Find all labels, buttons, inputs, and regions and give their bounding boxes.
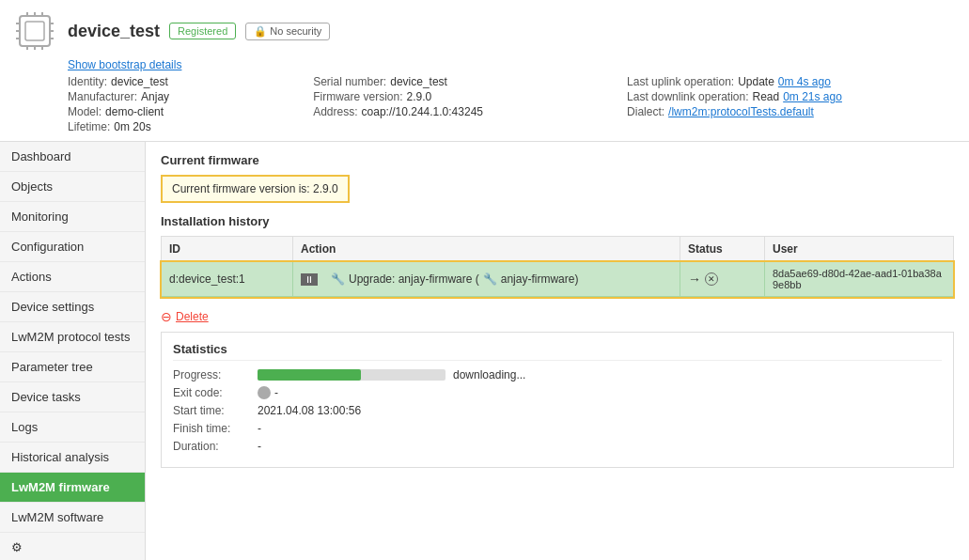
sidebar-item-configuration[interactable]: Configuration [0, 232, 145, 262]
info-dialect: Dialect: /lwm2m:protocolTests.default [627, 105, 958, 118]
info-uplink: Last uplink operation: Update 0m 4s ago [627, 75, 958, 88]
sidebar-item-lwm2m-firmware[interactable]: LwM2M firmware [0, 473, 145, 503]
wrench-icon: 🔧 [331, 272, 345, 286]
exit-code-value: - [274, 386, 278, 399]
sidebar-item-actions[interactable]: Actions [0, 262, 145, 292]
current-firmware-title: Current firmware [161, 153, 954, 167]
progress-bar [258, 369, 445, 381]
sidebar-item-monitoring[interactable]: Monitoring [0, 202, 145, 232]
header-top: device_test Registered 🔒 No security [11, 8, 958, 54]
sidebar: Dashboard Objects Monitoring Configurati… [0, 142, 146, 560]
installation-table: ID Action Status User d:device_test:1 ⏸ … [161, 236, 954, 298]
info-lifetime: Lifetime: 0m 20s [68, 120, 285, 133]
no-security-badge: 🔒 No security [245, 23, 330, 40]
start-time-label: Start time: [173, 404, 258, 417]
sidebar-item-settings[interactable]: ⚙ [0, 533, 145, 560]
action-firmware-name: anjay-firmware) [501, 272, 579, 286]
duration-label: Duration: [173, 440, 258, 453]
sidebar-item-device-settings[interactable]: Device settings [0, 292, 145, 322]
cell-id: d:device_test:1 [162, 262, 293, 296]
stats-exit-row: Exit code: - [173, 386, 942, 399]
delete-link[interactable]: Delete [176, 310, 209, 323]
info-firmware: Firmware version: 2.9.0 [313, 90, 599, 103]
stats-progress-row: Progress: downloading... [173, 368, 942, 381]
app-container: device_test Registered 🔒 No security Sho… [0, 0, 969, 560]
uplink-time-link[interactable]: 0m 4s ago [778, 75, 831, 88]
gear-icon: ⚙ [11, 540, 23, 554]
header: device_test Registered 🔒 No security Sho… [0, 0, 969, 142]
delete-icon: ⊖ [161, 309, 172, 324]
svg-rect-1 [25, 22, 44, 40]
action-text: Upgrade: anjay-firmware ( [349, 272, 479, 286]
main-layout: Dashboard Objects Monitoring Configurati… [0, 142, 969, 560]
dialect-link[interactable]: /lwm2m:protocolTests.default [668, 105, 814, 118]
svg-rect-0 [20, 16, 50, 46]
statistics-title: Statistics [173, 342, 942, 361]
sidebar-item-dashboard[interactable]: Dashboard [0, 142, 145, 172]
pause-button[interactable]: ⏸ [301, 273, 318, 286]
lock-icon: 🔒 [254, 25, 267, 38]
content-area: Current firmware Current firmware versio… [146, 142, 969, 560]
stats-start-row: Start time: 2021.04.08 13:00:56 [173, 404, 942, 417]
header-info: Identity: device_test Serial number: dev… [68, 75, 958, 133]
table-header: ID Action Status User [162, 237, 953, 262]
col-status: Status [680, 237, 765, 261]
sidebar-item-parameter-tree[interactable]: Parameter tree [0, 352, 145, 382]
progress-label: Progress: [173, 368, 258, 381]
installation-history: Installation history ID Action Status Us… [161, 214, 954, 298]
col-user: User [765, 237, 953, 261]
action-firmware-icon: 🔧 [483, 272, 497, 286]
col-action: Action [293, 237, 680, 261]
statistics-section: Statistics Progress: downloading... Exit… [161, 332, 954, 468]
progress-fill [258, 369, 361, 381]
sidebar-item-lwm2m-protocol-tests[interactable]: LwM2M protocol tests [0, 322, 145, 352]
registered-badge: Registered [169, 23, 236, 39]
exit-code-circle [258, 386, 271, 399]
sidebar-item-device-tasks[interactable]: Device tasks [0, 382, 145, 412]
sidebar-item-lwm2m-software[interactable]: LwM2M software [0, 503, 145, 533]
info-identity: Identity: device_test [68, 75, 285, 88]
finish-time-label: Finish time: [173, 422, 258, 435]
info-address: Address: coap://10.244.1.0:43245 [313, 105, 599, 118]
info-manufacturer: Manufacturer: Anjay [68, 90, 285, 103]
delete-section: ⊖ Delete [161, 309, 954, 324]
device-icon [11, 8, 58, 54]
duration-value: - [258, 440, 261, 453]
stats-duration-row: Duration: - [173, 440, 942, 453]
device-title: device_test [68, 22, 160, 41]
info-downlink: Last downlink operation: Read 0m 21s ago [627, 90, 958, 103]
col-id: ID [162, 237, 293, 261]
stats-finish-row: Finish time: - [173, 422, 942, 435]
cell-status: → ✕ [680, 262, 765, 296]
sidebar-item-historical-analysis[interactable]: Historical analysis [0, 443, 145, 473]
start-time-value: 2021.04.08 13:00:56 [258, 404, 361, 417]
installation-history-title: Installation history [161, 214, 954, 228]
progress-text: downloading... [453, 368, 525, 381]
cell-user: 8da5ae69-d80d-42ae-aad1-01ba38a9e8bb [765, 262, 953, 296]
sidebar-item-objects[interactable]: Objects [0, 172, 145, 202]
info-serial: Serial number: device_test [313, 75, 599, 88]
show-bootstrap-link[interactable]: Show bootstrap details [68, 58, 181, 71]
table-row: d:device_test:1 ⏸ 🔧 Upgrade: anjay-firmw… [162, 262, 953, 297]
cell-action: ⏸ 🔧 Upgrade: anjay-firmware ( 🔧 anjay-fi… [293, 262, 680, 296]
downlink-time-link[interactable]: 0m 21s ago [783, 90, 842, 103]
cancel-icon[interactable]: ✕ [705, 272, 718, 286]
arrow-icon: → [688, 272, 701, 287]
sidebar-item-logs[interactable]: Logs [0, 412, 145, 443]
exit-code-label: Exit code: [173, 386, 258, 399]
firmware-version-box: Current firmware version is: 2.9.0 [161, 175, 350, 203]
info-model: Model: demo-client [68, 105, 285, 118]
finish-time-value: - [258, 422, 261, 435]
